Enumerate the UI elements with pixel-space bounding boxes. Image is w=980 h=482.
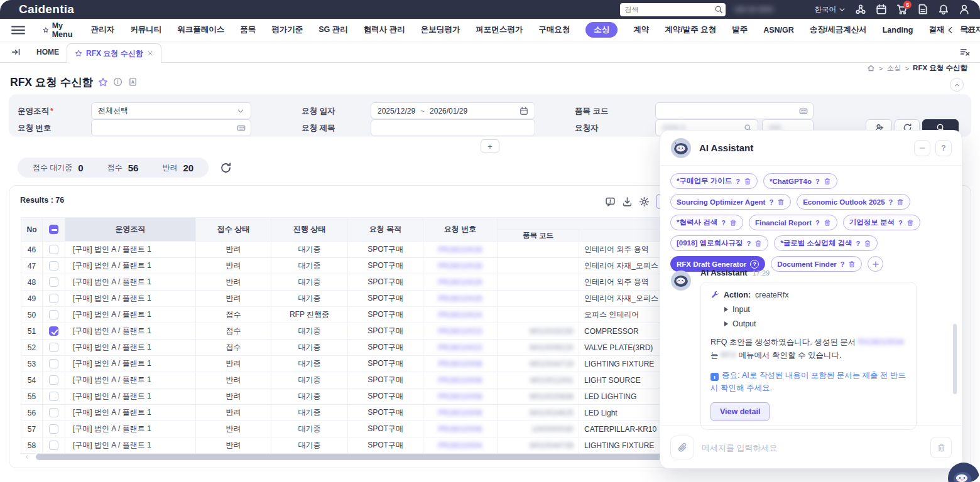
- ai-agent-chip[interactable]: *구매업무 가이드 ?: [670, 173, 758, 189]
- request-no-link-masked[interactable]: PR26010004: [438, 441, 482, 450]
- date-from[interactable]: 2025/12/29: [378, 107, 415, 115]
- item-code-input[interactable]: [655, 102, 814, 119]
- home-icon[interactable]: [867, 64, 875, 72]
- request-no-link-masked[interactable]: PR26010023: [438, 343, 482, 352]
- menu-item[interactable]: ASN/GR: [763, 26, 794, 35]
- clear-chat-button[interactable]: [930, 437, 952, 458]
- chip-delete-icon[interactable]: [906, 219, 914, 227]
- chip-help-icon[interactable]: ?: [815, 219, 820, 227]
- refresh-icon[interactable]: [220, 162, 232, 174]
- ai-agent-chip[interactable]: Economic Outlook 2025 ?: [797, 194, 910, 210]
- ai-agent-chip[interactable]: Document Finder ?: [771, 256, 862, 272]
- settings-gear-icon[interactable]: [639, 196, 650, 207]
- ai-agent-chip[interactable]: Sourcing Optimizer Agent ?: [670, 194, 791, 210]
- global-search-input[interactable]: [625, 6, 714, 13]
- request-title-field[interactable]: [371, 124, 535, 132]
- request-no-field[interactable]: [92, 124, 237, 132]
- item-code-field[interactable]: [656, 107, 799, 115]
- add-filter-button[interactable]: +: [481, 139, 499, 153]
- cart-icon[interactable]: 5: [896, 4, 908, 15]
- tab-home[interactable]: HOME: [36, 41, 59, 63]
- menu-item[interactable]: 퍼포먼스평가: [476, 24, 523, 35]
- chip-delete-icon[interactable]: [754, 240, 762, 247]
- attach-file-button[interactable]: [670, 436, 694, 459]
- date-to[interactable]: 2026/01/29: [430, 107, 467, 115]
- menu-scroll-left-icon[interactable]: [946, 26, 955, 35]
- row-checkbox[interactable]: [49, 310, 58, 319]
- org-network-icon[interactable]: [855, 4, 866, 15]
- scroll-left-arrow-icon[interactable]: [24, 454, 30, 459]
- row-checkbox[interactable]: [49, 408, 58, 417]
- chip-help-icon[interactable]: ?: [746, 240, 751, 247]
- request-no-link-masked[interactable]: PR26010008: [438, 409, 482, 417]
- col-header-item-code[interactable]: 품목 코드: [498, 230, 579, 242]
- request-title-input[interactable]: [371, 119, 535, 136]
- feedback-icon[interactable]: [605, 196, 616, 207]
- col-header-purpose[interactable]: 요청 목적: [348, 218, 423, 242]
- row-checkbox[interactable]: [49, 375, 58, 385]
- info-icon[interactable]: [113, 77, 123, 87]
- chat-message-input[interactable]: [702, 436, 922, 459]
- hamburger-menu-icon[interactable]: [11, 25, 25, 35]
- menu-item[interactable]: 워크플레이스: [177, 24, 224, 35]
- row-checkbox[interactable]: [49, 326, 58, 336]
- row-checkbox[interactable]: [49, 294, 58, 303]
- input-toggle[interactable]: Input: [724, 305, 906, 314]
- calendar-icon[interactable]: [520, 107, 528, 115]
- row-checkbox[interactable]: [49, 392, 58, 401]
- chip-delete-icon[interactable]: [848, 260, 856, 268]
- chip-delete-icon[interactable]: [864, 240, 871, 247]
- chip-delete-icon[interactable]: [896, 198, 904, 206]
- status-item[interactable]: 반려 20: [162, 163, 193, 173]
- download-icon[interactable]: [622, 196, 633, 207]
- menu-item[interactable]: 평가기준: [271, 24, 303, 35]
- calendar-icon[interactable]: [876, 4, 887, 15]
- menu-item[interactable]: 계약/발주 요청: [665, 24, 716, 35]
- request-no-link-masked[interactable]: PR26010008: [438, 392, 482, 401]
- menu-item[interactable]: 계약: [633, 24, 649, 35]
- ai-agent-chip[interactable]: *협력사 검색 ?: [670, 215, 743, 230]
- menu-item[interactable]: 품목: [240, 24, 256, 35]
- request-no-input[interactable]: [91, 119, 251, 136]
- row-checkbox[interactable]: [49, 261, 58, 270]
- request-no-link-masked[interactable]: PR26010029: [438, 294, 482, 303]
- menu-scroll-right-icon[interactable]: [964, 26, 972, 35]
- chip-delete-icon[interactable]: [824, 219, 831, 227]
- chip-help-icon[interactable]: ?: [841, 260, 845, 268]
- add-agent-chip-button[interactable]: [868, 256, 883, 272]
- chip-help-icon[interactable]: ?: [736, 178, 740, 185]
- org-select[interactable]: 전체선택: [91, 102, 251, 119]
- menu-item[interactable]: 커뮤니티: [130, 24, 161, 35]
- chip-help-icon[interactable]: ?: [815, 178, 820, 185]
- row-checkbox[interactable]: [49, 245, 58, 254]
- menu-item[interactable]: 발주: [732, 24, 748, 35]
- chip-delete-icon[interactable]: [777, 198, 785, 206]
- global-search[interactable]: [620, 3, 726, 16]
- menu-item[interactable]: Landing: [883, 26, 913, 35]
- manual-doc-icon[interactable]: [128, 77, 138, 87]
- breadcrumb-section[interactable]: 소싱: [886, 63, 901, 73]
- ai-minimize-button[interactable]: [914, 140, 930, 156]
- favorite-star-icon[interactable]: [98, 77, 108, 87]
- col-header-request-no[interactable]: 요청 번호: [423, 218, 498, 242]
- request-no-link-masked[interactable]: PR26010006: [438, 425, 482, 434]
- output-toggle[interactable]: Output: [724, 319, 906, 328]
- request-no-link-masked[interactable]: PR26010028: [438, 245, 482, 254]
- ai-agent-chip[interactable]: Financial Report ?: [749, 215, 837, 230]
- request-no-link-masked[interactable]: PR26010024: [438, 311, 482, 319]
- select-all-checkbox[interactable]: [49, 225, 58, 234]
- request-no-link-masked[interactable]: PR26010023: [438, 327, 482, 336]
- user-icon[interactable]: [959, 4, 970, 15]
- ai-agent-chip[interactable]: 기업정보 분석 ?: [843, 215, 920, 230]
- bell-icon[interactable]: [938, 4, 949, 15]
- chip-delete-icon[interactable]: [824, 178, 831, 185]
- document-icon[interactable]: [917, 4, 928, 15]
- request-no-link-masked[interactable]: PR26010008: [438, 360, 482, 368]
- menu-item[interactable]: 온보딩평가: [421, 24, 460, 35]
- chip-help-icon[interactable]: ?: [721, 219, 726, 227]
- menu-item[interactable]: 결재: [928, 24, 944, 35]
- chip-delete-icon[interactable]: [729, 219, 737, 227]
- row-checkbox[interactable]: [49, 441, 58, 450]
- row-checkbox[interactable]: [49, 424, 58, 434]
- close-all-tabs-icon[interactable]: [960, 47, 970, 57]
